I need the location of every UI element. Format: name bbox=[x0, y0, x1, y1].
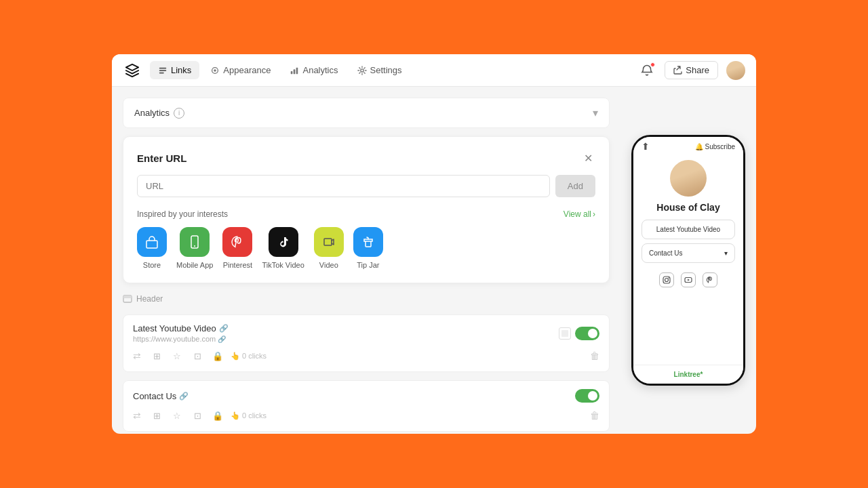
schedule-icon-contact[interactable]: ⊡ bbox=[190, 408, 205, 423]
suggestion-store[interactable]: Store bbox=[137, 227, 167, 269]
suggestion-pinterest[interactable]: Pinterest bbox=[222, 227, 252, 269]
suggestion-mobile-app[interactable]: Mobile App bbox=[176, 227, 213, 269]
delete-icon-contact[interactable]: 🗑 bbox=[590, 410, 599, 421]
schedule-icon[interactable]: ⊡ bbox=[190, 348, 205, 363]
inspired-header: Inspired by your interests View all › bbox=[137, 209, 595, 219]
url-input[interactable] bbox=[137, 175, 550, 197]
nav-tab-appearance[interactable]: Appearance bbox=[202, 61, 279, 79]
subscribe-label: Subscribe bbox=[705, 143, 735, 150]
nav-right: Share bbox=[637, 61, 745, 80]
svg-rect-1 bbox=[159, 70, 167, 71]
nav-analytics-label: Analytics bbox=[302, 65, 338, 75]
nav-settings-label: Settings bbox=[370, 65, 402, 75]
mobile-app-icon bbox=[180, 227, 210, 257]
link-card-contact-top: Contact Us 🔗 bbox=[133, 389, 599, 403]
clicks-text-youtube: 0 clicks bbox=[242, 352, 267, 360]
link-title-contact: Contact Us 🔗 bbox=[133, 391, 189, 401]
suggestions-grid: Store Mobile App Pinterest bbox=[137, 227, 595, 269]
svg-rect-0 bbox=[159, 67, 167, 68]
phone-youtube-icon[interactable] bbox=[681, 272, 696, 287]
video-label: Video bbox=[319, 261, 338, 269]
link-actions-youtube: ⇄ ⊞ ☆ ⊡ 🔒 👆 0 clicks 🗑 bbox=[133, 348, 599, 363]
phone-instagram-icon[interactable] bbox=[659, 272, 674, 287]
edit-icon-youtube[interactable]: 🔗 bbox=[219, 324, 229, 333]
star-icon[interactable]: ☆ bbox=[170, 348, 184, 363]
view-all-button[interactable]: View all › bbox=[564, 209, 595, 219]
analytics-label-group: Analytics i bbox=[134, 108, 184, 119]
suggestion-tip-jar[interactable]: Tip Jar bbox=[353, 227, 383, 269]
add-button[interactable]: Add bbox=[555, 175, 595, 197]
clicks-count-youtube: 👆 0 clicks bbox=[231, 352, 267, 361]
view-all-label: View all bbox=[564, 209, 591, 219]
edit-icon-contact[interactable]: 🔗 bbox=[179, 392, 189, 401]
nav-tab-analytics[interactable]: Analytics bbox=[281, 61, 346, 79]
phone-share-icon[interactable]: ⬆ bbox=[642, 141, 650, 152]
star-icon-contact[interactable]: ☆ bbox=[170, 408, 184, 423]
nav-links-label: Links bbox=[171, 65, 191, 75]
tiktok-label: TikTok Video bbox=[262, 261, 304, 269]
tiktok-icon bbox=[269, 227, 298, 257]
suggestion-tiktok[interactable]: TikTok Video bbox=[262, 227, 304, 269]
svg-point-16 bbox=[665, 279, 669, 282]
enter-url-card: Enter URL ✕ Add Inspired by your interes… bbox=[123, 136, 610, 283]
link-controls-contact bbox=[575, 389, 599, 403]
phone-footer: Linktree* bbox=[633, 365, 743, 384]
phone-socials bbox=[659, 272, 717, 287]
phone-contact-dropdown[interactable]: Contact Us ▾ bbox=[642, 243, 735, 263]
subscribe-button[interactable]: 🔔 Subscribe bbox=[695, 143, 735, 150]
youtube-url-text: https://www.youtube.com bbox=[133, 335, 216, 343]
tip-jar-label: Tip Jar bbox=[357, 261, 379, 269]
duplicate-icon-contact[interactable]: ⊞ bbox=[149, 408, 164, 423]
close-button[interactable]: ✕ bbox=[580, 150, 595, 165]
avatar-image bbox=[726, 61, 745, 80]
phone-content: House of Clay Latest Youtube Video Conta… bbox=[633, 155, 743, 365]
link-url-youtube: https://www.youtube.com 🔗 bbox=[133, 335, 229, 343]
analytics-icon bbox=[290, 66, 299, 75]
lock-icon[interactable]: 🔒 bbox=[210, 348, 225, 363]
url-input-row: Add bbox=[137, 175, 595, 197]
analytics-info-icon[interactable]: i bbox=[174, 108, 184, 119]
link-card-youtube: Latest Youtube Video 🔗 https://www.youtu… bbox=[123, 314, 610, 372]
clicks-icon-contact: 👆 bbox=[231, 411, 240, 420]
content-area: Analytics i ▾ Enter URL ✕ Add bbox=[112, 87, 756, 434]
share-label: Share bbox=[686, 65, 709, 75]
analytics-chevron[interactable]: ▾ bbox=[593, 106, 598, 119]
nav-tab-settings[interactable]: Settings bbox=[349, 61, 410, 79]
svg-rect-5 bbox=[291, 70, 293, 73]
phone-pinterest-icon[interactable] bbox=[703, 272, 717, 287]
close-symbol: ✕ bbox=[584, 152, 593, 165]
phone-footer-text: Linktree* bbox=[674, 371, 703, 378]
logo[interactable] bbox=[123, 61, 142, 80]
lock-icon-contact[interactable]: 🔒 bbox=[210, 408, 225, 423]
nav-tab-links[interactable]: Links bbox=[150, 61, 199, 79]
delete-icon-youtube[interactable]: 🗑 bbox=[590, 350, 599, 361]
right-panel: ⬆ 🔔 Subscribe House of Clay Latest Youtu… bbox=[620, 87, 756, 434]
user-avatar[interactable] bbox=[726, 61, 745, 80]
link-edit-icon[interactable]: 🔗 bbox=[218, 336, 226, 343]
header-icon bbox=[123, 294, 132, 304]
phone-preview: ⬆ 🔔 Subscribe House of Clay Latest Youtu… bbox=[631, 135, 745, 386]
phone-contact-label: Contact Us bbox=[649, 249, 682, 257]
link-card-contact: Contact Us 🔗 ⇄ ⊞ ☆ ⊡ 🔒 👆 bbox=[123, 380, 610, 432]
drag-handle[interactable]: ⇄ bbox=[133, 350, 141, 361]
svg-rect-7 bbox=[296, 67, 298, 74]
list-icon bbox=[158, 66, 167, 75]
nav-appearance-label: Appearance bbox=[223, 65, 271, 75]
suggestion-video[interactable]: Video bbox=[314, 227, 344, 269]
link-card-top: Latest Youtube Video 🔗 https://www.youtu… bbox=[133, 323, 599, 343]
pinterest-icon bbox=[222, 227, 252, 257]
duplicate-icon[interactable]: ⊞ bbox=[149, 348, 164, 363]
tip-jar-icon bbox=[353, 227, 383, 257]
mobile-app-label: Mobile App bbox=[176, 261, 213, 269]
svg-point-8 bbox=[360, 68, 363, 71]
notifications-bell[interactable] bbox=[637, 61, 656, 80]
phone-youtube-button[interactable]: Latest Youtube Video bbox=[642, 220, 735, 239]
toggle-contact[interactable] bbox=[575, 389, 599, 403]
thumbnail-icon[interactable] bbox=[559, 327, 571, 340]
drag-handle-contact[interactable]: ⇄ bbox=[133, 410, 141, 421]
analytics-bar: Analytics i ▾ bbox=[123, 98, 610, 128]
phone-username: House of Clay bbox=[656, 202, 719, 213]
share-button[interactable]: Share bbox=[665, 61, 718, 79]
toggle-youtube[interactable] bbox=[575, 327, 599, 340]
svg-rect-13 bbox=[123, 296, 132, 298]
